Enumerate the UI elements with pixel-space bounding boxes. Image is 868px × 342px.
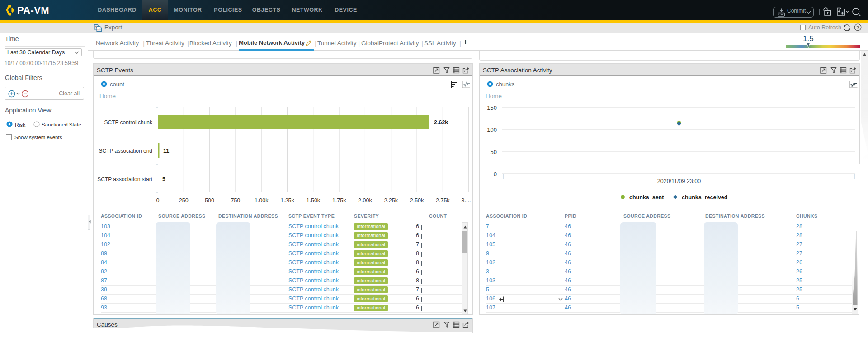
svg-text:2020/11/09 23:00: 2020/11/09 23:00	[657, 178, 701, 184]
svg-text:SCTP association end: SCTP association end	[99, 148, 152, 154]
svg-text:1.50k: 1.50k	[307, 197, 321, 204]
svg-text:2.00k: 2.00k	[358, 197, 372, 204]
svg-text:1.00k: 1.00k	[255, 197, 269, 204]
svg-text:750: 750	[231, 197, 240, 204]
svg-text:11: 11	[163, 148, 169, 154]
svg-text:0: 0	[156, 197, 160, 204]
svg-text:2.50k: 2.50k	[410, 197, 424, 204]
svg-text:1.75k: 1.75k	[332, 197, 346, 204]
svg-text:2.62k: 2.62k	[434, 119, 448, 126]
svg-text:1.25k: 1.25k	[280, 197, 294, 204]
svg-text:0: 0	[494, 171, 497, 178]
svg-text:SCTP association start: SCTP association start	[97, 176, 152, 183]
svg-text:250: 250	[179, 197, 189, 204]
svg-text:500: 500	[205, 197, 214, 204]
svg-text:chunks_received: chunks_received	[682, 194, 727, 201]
svg-text:chunks_sent: chunks_sent	[629, 194, 664, 201]
svg-text:?: ?	[856, 25, 859, 30]
svg-text:SCTP control chunk: SCTP control chunk	[104, 119, 153, 126]
svg-text:3....: 3....	[462, 197, 471, 204]
svg-text:100: 100	[487, 126, 497, 133]
svg-text:50: 50	[491, 149, 497, 155]
svg-text:150: 150	[487, 104, 497, 111]
svg-text:2.25k: 2.25k	[384, 197, 398, 204]
svg-text:5: 5	[162, 176, 165, 183]
svg-text:2.75k: 2.75k	[436, 197, 450, 204]
